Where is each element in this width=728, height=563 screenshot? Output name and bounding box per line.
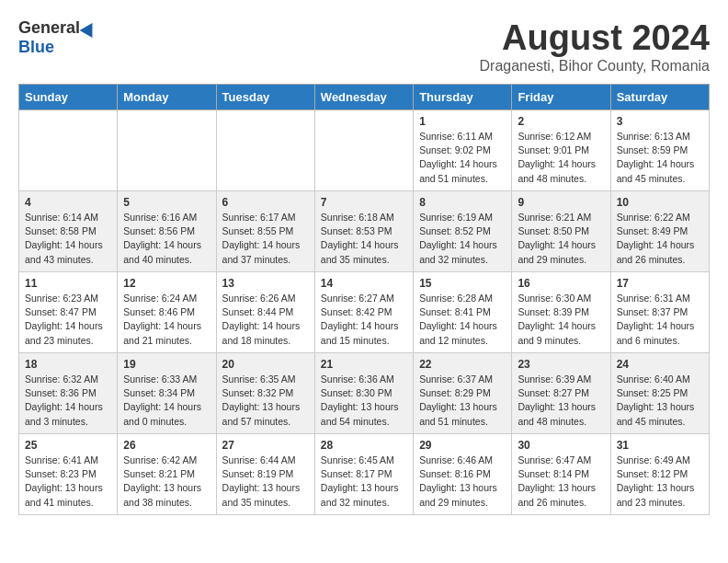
day-number: 13 [222,277,309,290]
day-number: 24 [617,358,703,371]
calendar-cell: 24Sunrise: 6:40 AM Sunset: 8:25 PM Dayli… [610,353,709,434]
day-info: Sunrise: 6:19 AM Sunset: 8:52 PM Dayligh… [419,211,506,267]
day-number: 26 [123,439,210,452]
calendar-cell [314,110,413,191]
day-info: Sunrise: 6:49 AM Sunset: 8:12 PM Dayligh… [617,454,703,510]
calendar-week-row: 1Sunrise: 6:11 AM Sunset: 9:02 PM Daylig… [19,110,710,191]
calendar-cell: 25Sunrise: 6:41 AM Sunset: 8:23 PM Dayli… [19,434,118,515]
day-number: 16 [518,277,604,290]
day-number: 4 [25,196,111,209]
calendar-week-row: 18Sunrise: 6:32 AM Sunset: 8:36 PM Dayli… [19,353,710,434]
calendar-cell: 28Sunrise: 6:45 AM Sunset: 8:17 PM Dayli… [314,434,413,515]
day-info: Sunrise: 6:16 AM Sunset: 8:56 PM Dayligh… [123,211,210,267]
logo-blue-text: Blue [18,38,54,57]
day-info: Sunrise: 6:13 AM Sunset: 8:59 PM Dayligh… [617,130,703,186]
day-info: Sunrise: 6:27 AM Sunset: 8:42 PM Dayligh… [321,292,407,348]
day-info: Sunrise: 6:24 AM Sunset: 8:46 PM Dayligh… [123,292,210,348]
calendar-cell: 22Sunrise: 6:37 AM Sunset: 8:29 PM Dayli… [414,353,512,434]
day-info: Sunrise: 6:39 AM Sunset: 8:27 PM Dayligh… [518,373,604,429]
day-info: Sunrise: 6:45 AM Sunset: 8:17 PM Dayligh… [321,454,407,510]
location-subtitle: Draganesti, Bihor County, Romania [480,58,711,75]
page-header: General Blue August 2024 Draganesti, Bih… [18,18,710,75]
day-info: Sunrise: 6:33 AM Sunset: 8:34 PM Dayligh… [123,373,210,429]
day-number: 10 [617,196,703,209]
calendar-header-row: SundayMondayTuesdayWednesdayThursdayFrid… [19,85,710,110]
day-number: 15 [419,277,506,290]
calendar-header-sunday: Sunday [19,85,118,110]
day-number: 28 [321,439,407,452]
calendar-header-wednesday: Wednesday [314,85,413,110]
day-number: 22 [419,358,506,371]
day-info: Sunrise: 6:12 AM Sunset: 9:01 PM Dayligh… [518,130,604,186]
calendar-cell: 14Sunrise: 6:27 AM Sunset: 8:42 PM Dayli… [314,272,413,353]
calendar-header-tuesday: Tuesday [216,85,314,110]
calendar-header-saturday: Saturday [610,85,709,110]
calendar-cell: 29Sunrise: 6:46 AM Sunset: 8:16 PM Dayli… [414,434,512,515]
calendar-cell: 10Sunrise: 6:22 AM Sunset: 8:49 PM Dayli… [610,191,709,272]
calendar-cell: 23Sunrise: 6:39 AM Sunset: 8:27 PM Dayli… [512,353,610,434]
day-info: Sunrise: 6:31 AM Sunset: 8:37 PM Dayligh… [617,292,703,348]
calendar-header-monday: Monday [118,85,216,110]
calendar-cell: 1Sunrise: 6:11 AM Sunset: 9:02 PM Daylig… [414,110,512,191]
day-number: 21 [321,358,407,371]
calendar-cell: 26Sunrise: 6:42 AM Sunset: 8:21 PM Dayli… [118,434,216,515]
calendar-cell: 30Sunrise: 6:47 AM Sunset: 8:14 PM Dayli… [512,434,610,515]
day-info: Sunrise: 6:23 AM Sunset: 8:47 PM Dayligh… [25,292,111,348]
calendar-cell: 4Sunrise: 6:14 AM Sunset: 8:58 PM Daylig… [19,191,118,272]
day-number: 11 [25,277,111,290]
calendar-week-row: 25Sunrise: 6:41 AM Sunset: 8:23 PM Dayli… [19,434,710,515]
day-info: Sunrise: 6:47 AM Sunset: 8:14 PM Dayligh… [518,454,604,510]
calendar-cell: 6Sunrise: 6:17 AM Sunset: 8:55 PM Daylig… [216,191,314,272]
day-info: Sunrise: 6:22 AM Sunset: 8:49 PM Dayligh… [617,211,703,267]
calendar-cell: 2Sunrise: 6:12 AM Sunset: 9:01 PM Daylig… [512,110,610,191]
day-info: Sunrise: 6:41 AM Sunset: 8:23 PM Dayligh… [25,454,111,510]
calendar-cell: 31Sunrise: 6:49 AM Sunset: 8:12 PM Dayli… [610,434,709,515]
day-info: Sunrise: 6:37 AM Sunset: 8:29 PM Dayligh… [419,373,506,429]
day-number: 30 [518,439,604,452]
day-number: 20 [222,358,309,371]
day-info: Sunrise: 6:35 AM Sunset: 8:32 PM Dayligh… [222,373,309,429]
day-info: Sunrise: 6:32 AM Sunset: 8:36 PM Dayligh… [25,373,111,429]
day-info: Sunrise: 6:46 AM Sunset: 8:16 PM Dayligh… [419,454,506,510]
day-number: 2 [518,115,604,128]
logo-triangle-icon [80,18,99,37]
calendar-cell: 19Sunrise: 6:33 AM Sunset: 8:34 PM Dayli… [118,353,216,434]
day-info: Sunrise: 6:42 AM Sunset: 8:21 PM Dayligh… [123,454,210,510]
title-block: August 2024 Draganesti, Bihor County, Ro… [480,18,711,75]
calendar-week-row: 4Sunrise: 6:14 AM Sunset: 8:58 PM Daylig… [19,191,710,272]
calendar-cell: 11Sunrise: 6:23 AM Sunset: 8:47 PM Dayli… [19,272,118,353]
calendar-cell: 9Sunrise: 6:21 AM Sunset: 8:50 PM Daylig… [512,191,610,272]
day-number: 25 [25,439,111,452]
day-number: 1 [419,115,506,128]
calendar-cell: 13Sunrise: 6:26 AM Sunset: 8:44 PM Dayli… [216,272,314,353]
day-number: 12 [123,277,210,290]
day-info: Sunrise: 6:11 AM Sunset: 9:02 PM Dayligh… [419,130,506,186]
day-info: Sunrise: 6:18 AM Sunset: 8:53 PM Dayligh… [321,211,407,267]
day-number: 18 [25,358,111,371]
day-number: 27 [222,439,309,452]
day-info: Sunrise: 6:26 AM Sunset: 8:44 PM Dayligh… [222,292,309,348]
day-info: Sunrise: 6:21 AM Sunset: 8:50 PM Dayligh… [518,211,604,267]
day-info: Sunrise: 6:28 AM Sunset: 8:41 PM Dayligh… [419,292,506,348]
calendar-header-friday: Friday [512,85,610,110]
day-number: 31 [617,439,703,452]
calendar-cell: 3Sunrise: 6:13 AM Sunset: 8:59 PM Daylig… [610,110,709,191]
calendar-week-row: 11Sunrise: 6:23 AM Sunset: 8:47 PM Dayli… [19,272,710,353]
day-number: 29 [419,439,506,452]
day-info: Sunrise: 6:40 AM Sunset: 8:25 PM Dayligh… [617,373,703,429]
calendar-table: SundayMondayTuesdayWednesdayThursdayFrid… [18,84,710,515]
day-info: Sunrise: 6:14 AM Sunset: 8:58 PM Dayligh… [25,211,111,267]
month-year-title: August 2024 [480,18,711,58]
calendar-cell: 15Sunrise: 6:28 AM Sunset: 8:41 PM Dayli… [414,272,512,353]
day-number: 19 [123,358,210,371]
calendar-cell: 5Sunrise: 6:16 AM Sunset: 8:56 PM Daylig… [118,191,216,272]
day-number: 8 [419,196,506,209]
day-number: 9 [518,196,604,209]
calendar-cell [216,110,314,191]
logo: General Blue [18,18,97,57]
day-number: 6 [222,196,309,209]
logo-general-text: General [18,18,80,38]
day-number: 17 [617,277,703,290]
calendar-cell: 12Sunrise: 6:24 AM Sunset: 8:46 PM Dayli… [118,272,216,353]
calendar-cell [19,110,118,191]
